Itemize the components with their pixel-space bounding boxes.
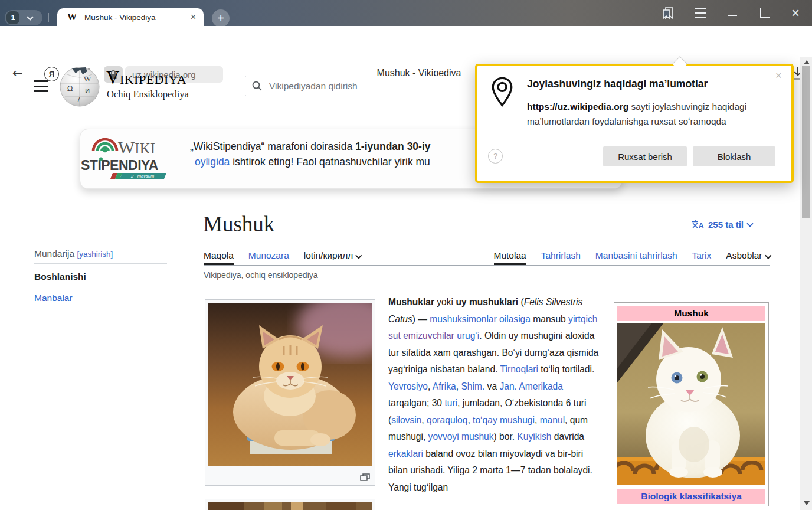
infobox-classification-link[interactable]: Biologik klassifikatsiya: [617, 489, 765, 504]
block-button[interactable]: Bloklash: [693, 146, 775, 166]
title-divider: [204, 241, 770, 241]
thumbnail-expand-icon[interactable]: [360, 473, 370, 481]
popup-body: https://uz.wikipedia.org sayti joylashuv…: [527, 99, 767, 129]
text-segment: uy mushuklari: [456, 297, 518, 307]
wiki-link[interactable]: urugʻi: [457, 331, 479, 341]
search-icon: [252, 81, 262, 91]
browser-tab[interactable]: W Mushuk - Vikipediya ×: [57, 8, 204, 26]
text-segment: ) —: [412, 314, 430, 324]
text-segment: „WikiStipendiya“ marafoni doirasida: [190, 140, 355, 152]
article-tabs-right: MutolaaTahrirlashManbasini tahrirlashTar…: [479, 247, 771, 265]
tab-label: lotin/кирилл: [304, 250, 353, 260]
text-segment: Mushuklar: [388, 297, 434, 307]
infobox-kitten-image[interactable]: [617, 323, 765, 485]
toc-heading: Mundarija [yashirish]: [34, 249, 113, 259]
article-subtitle: Vikipediya, ochiq ensiklopediya: [204, 270, 318, 280]
window-minimize-button[interactable]: [728, 15, 737, 16]
text-segment: mansub: [531, 314, 568, 324]
tab-label: Tarix: [692, 250, 712, 260]
popup-close-icon[interactable]: ×: [775, 70, 782, 82]
tab-list-chevron-icon[interactable]: [27, 14, 33, 20]
svg-text:Ω: Ω: [67, 84, 73, 93]
new-tab-button[interactable]: +: [212, 9, 230, 27]
article-paragraph: Mushuklar yoki uy mushuklari (Felis Silv…: [388, 294, 605, 496]
article-tab-tahrirlash[interactable]: Tahrirlash: [541, 250, 581, 265]
wiki-link[interactable]: yovvoyi mushuk: [428, 431, 494, 442]
tab-label: Maqola: [204, 250, 234, 260]
language-count: 255 ta til: [708, 220, 744, 230]
svg-text:STIPENDIYA: STIPENDIYA: [81, 158, 158, 173]
language-chevron-icon: [746, 220, 753, 227]
titlebar-separator: [48, 13, 49, 22]
article-tab-munozara[interactable]: Munozara: [248, 250, 289, 265]
window-close-button[interactable]: ×: [791, 5, 800, 21]
article-tabs-left: MaqolaMunozaralotin/кирилл: [204, 247, 376, 265]
article-tab-manbasini-tahrirlash[interactable]: Manbasini tahrirlash: [595, 250, 677, 265]
wiki-link[interactable]: toʻqay mushugi: [473, 415, 535, 425]
yandex-logo-icon[interactable]: Я: [44, 67, 59, 81]
text-segment: ,: [428, 381, 433, 391]
allow-button[interactable]: Ruxsat berish: [603, 146, 687, 166]
wiki-link[interactable]: mushuksimonlar oilasiga: [430, 314, 531, 324]
wiki-link[interactable]: qoraquloq: [427, 415, 467, 425]
wiki-menu-icon[interactable]: [34, 80, 48, 92]
text-segment: ishtirok eting! Faol qatnashuvchilar yir…: [230, 156, 430, 168]
wiki-link[interactable]: yirtqich: [568, 314, 597, 324]
tabs-divider: [204, 265, 770, 266]
wiki-link[interactable]: Yevrosiyo: [388, 381, 428, 391]
svg-text:2 · mavsum: 2 · mavsum: [130, 174, 154, 179]
wiki-link[interactable]: silovsin: [391, 415, 421, 425]
toc-hide-link[interactable]: [yashirish]: [77, 250, 113, 259]
back-button[interactable]: ←: [12, 66, 23, 80]
tab-title: Mushuk - Vikipediya: [84, 13, 156, 22]
wiki-link[interactable]: Shim.: [461, 381, 484, 391]
article-tab-lotin-кирилл[interactable]: lotin/кирилл: [304, 250, 361, 265]
figure-partial[interactable]: [205, 499, 375, 510]
chevron-down-icon: [356, 252, 362, 259]
wiki-link[interactable]: Afrika: [433, 381, 456, 391]
browser-menu-icon[interactable]: [695, 8, 706, 18]
wiki-link[interactable]: turi: [444, 398, 457, 408]
article-tab-mutolaa[interactable]: Mutolaa: [494, 250, 526, 265]
banner-line1: „WikiStipendiya“ marafoni doirasida 1-iy…: [190, 140, 431, 153]
language-selector[interactable]: A 255 ta til: [692, 220, 752, 230]
tab-counter-widget[interactable]: 1: [5, 10, 42, 25]
browser-toolbar: ← Я uz.wikipedia.org Mushuk - Vikipediya…: [0, 26, 812, 57]
popup-title: Joylashuvingiz haqidagi maʼlumotlar: [527, 78, 708, 90]
text-segment: ) bor.: [494, 431, 518, 442]
article-tab-asboblar[interactable]: Asboblar: [726, 250, 770, 265]
banner-line2: oyligida ishtirok eting! Faol qatnashuvc…: [195, 156, 430, 168]
tab-close-icon[interactable]: ×: [191, 12, 196, 22]
wikipedia-globe-logo[interactable]: W Ω И 7: [59, 66, 100, 107]
wiki-link[interactable]: manul: [540, 415, 565, 425]
wiki-link[interactable]: oyligida: [195, 156, 230, 168]
toc-item-manbalar[interactable]: Manbalar: [34, 293, 73, 303]
wiki-link[interactable]: sut emizuvchilar: [388, 331, 454, 341]
chevron-down-icon: [765, 252, 771, 259]
tab-counter-badge[interactable]: 1: [6, 11, 19, 24]
toc-heading-label: Mundarija: [34, 249, 74, 259]
article-title: Mushuk: [203, 211, 274, 237]
toc-item-boshlanishi[interactable]: Boshlanishi: [34, 272, 86, 282]
wiki-link[interactable]: Tirnoqlari: [500, 364, 538, 374]
article-tab-maqola[interactable]: Maqola: [204, 250, 234, 265]
scrollbar-up-icon[interactable]: [804, 60, 810, 64]
window-maximize-button[interactable]: [760, 8, 770, 18]
scrollbar-down-icon[interactable]: [804, 501, 810, 505]
infobox-title: Mushuk: [617, 306, 765, 321]
wiki-link[interactable]: Jan. Amerikada: [499, 381, 562, 391]
text-segment: 1-iyundan 30-iy: [355, 140, 430, 152]
wiki-wordmark[interactable]: Vikipediya: [106, 67, 186, 89]
article-tab-tarix[interactable]: Tarix: [692, 250, 712, 265]
scrollbar-thumb[interactable]: [802, 66, 810, 218]
partial-image: [208, 502, 372, 510]
figure-cat-on-book[interactable]: [205, 299, 375, 486]
bookmarks-panel-icon[interactable]: [660, 6, 676, 20]
tab-label: Asboblar: [726, 250, 762, 260]
wiki-link[interactable]: Kuyikish: [517, 431, 551, 442]
help-icon[interactable]: ?: [488, 149, 503, 164]
wiki-link[interactable]: erkaklari: [388, 449, 423, 459]
toc-divider: [34, 263, 167, 264]
popup-site-url: https://uz.wikipedia.org: [527, 102, 628, 112]
text-segment: toʻliq tortiladi.: [538, 364, 594, 374]
